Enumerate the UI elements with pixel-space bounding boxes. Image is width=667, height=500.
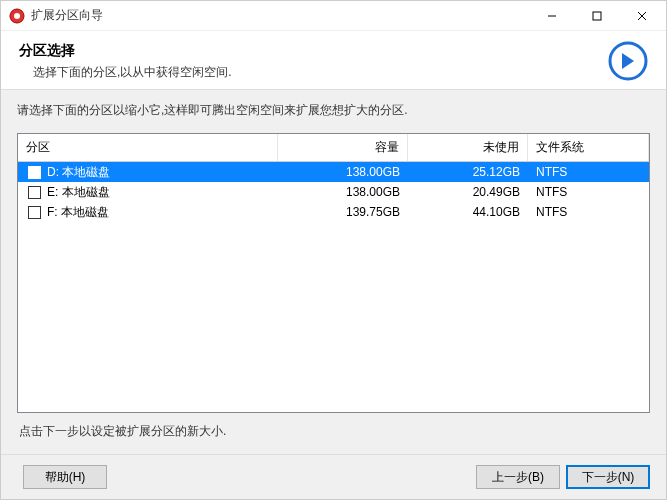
col-header-partition[interactable]: 分区 bbox=[18, 134, 278, 161]
next-button[interactable]: 下一步(N) bbox=[566, 465, 650, 489]
row-checkbox[interactable] bbox=[28, 206, 41, 219]
page-heading: 分区选择 bbox=[19, 42, 608, 60]
fs-cell: NTFS bbox=[528, 183, 649, 201]
partition-label: E: 本地磁盘 bbox=[47, 184, 110, 201]
capacity-cell: 138.00GB bbox=[278, 163, 408, 181]
window-title: 扩展分区向导 bbox=[31, 7, 529, 24]
fs-cell: NTFS bbox=[528, 203, 649, 221]
wizard-arrow-icon bbox=[608, 41, 648, 81]
wizard-header: 分区选择 选择下面的分区,以从中获得空闲空间. bbox=[1, 31, 666, 90]
capacity-cell: 139.75GB bbox=[278, 203, 408, 221]
minimize-button[interactable] bbox=[529, 2, 574, 30]
close-button[interactable] bbox=[619, 2, 664, 30]
app-icon bbox=[9, 8, 25, 24]
table-header: 分区 容量 未使用 文件系统 bbox=[18, 134, 649, 162]
partition-table: 分区 容量 未使用 文件系统 ✓D: 本地磁盘138.00GB25.12GBNT… bbox=[17, 133, 650, 413]
unused-cell: 25.12GB bbox=[408, 163, 528, 181]
table-row[interactable]: F: 本地磁盘139.75GB44.10GBNTFS bbox=[18, 202, 649, 222]
row-checkbox[interactable]: ✓ bbox=[28, 166, 41, 179]
table-body: ✓D: 本地磁盘138.00GB25.12GBNTFSE: 本地磁盘138.00… bbox=[18, 162, 649, 412]
table-row[interactable]: E: 本地磁盘138.00GB20.49GBNTFS bbox=[18, 182, 649, 202]
unused-cell: 20.49GB bbox=[408, 183, 528, 201]
col-header-capacity[interactable]: 容量 bbox=[278, 134, 408, 161]
maximize-button[interactable] bbox=[574, 2, 619, 30]
page-subtitle: 选择下面的分区,以从中获得空闲空间. bbox=[19, 64, 608, 81]
col-header-unused[interactable]: 未使用 bbox=[408, 134, 528, 161]
svg-point-1 bbox=[14, 13, 20, 19]
titlebar: 扩展分区向导 bbox=[1, 1, 666, 31]
instruction-text: 请选择下面的分区以缩小它,这样即可腾出空闲空间来扩展您想扩大的分区. bbox=[17, 102, 650, 119]
wizard-body: 请选择下面的分区以缩小它,这样即可腾出空闲空间来扩展您想扩大的分区. 分区 容量… bbox=[1, 90, 666, 454]
wizard-footer: 帮助(H) 上一步(B) 下一步(N) bbox=[1, 454, 666, 499]
col-header-filesystem[interactable]: 文件系统 bbox=[528, 134, 649, 161]
partition-label: D: 本地磁盘 bbox=[47, 164, 110, 181]
hint-text: 点击下一步以设定被扩展分区的新大小. bbox=[17, 413, 650, 446]
unused-cell: 44.10GB bbox=[408, 203, 528, 221]
partition-label: F: 本地磁盘 bbox=[47, 204, 109, 221]
table-row[interactable]: ✓D: 本地磁盘138.00GB25.12GBNTFS bbox=[18, 162, 649, 182]
capacity-cell: 138.00GB bbox=[278, 183, 408, 201]
help-button[interactable]: 帮助(H) bbox=[23, 465, 107, 489]
svg-rect-3 bbox=[593, 12, 601, 20]
fs-cell: NTFS bbox=[528, 163, 649, 181]
back-button[interactable]: 上一步(B) bbox=[476, 465, 560, 489]
checkmark-icon: ✓ bbox=[31, 167, 39, 177]
row-checkbox[interactable] bbox=[28, 186, 41, 199]
wizard-window: 扩展分区向导 分区选择 选择下面的分区,以从中获得空闲空间. 请选择下面的分区以… bbox=[0, 0, 667, 500]
